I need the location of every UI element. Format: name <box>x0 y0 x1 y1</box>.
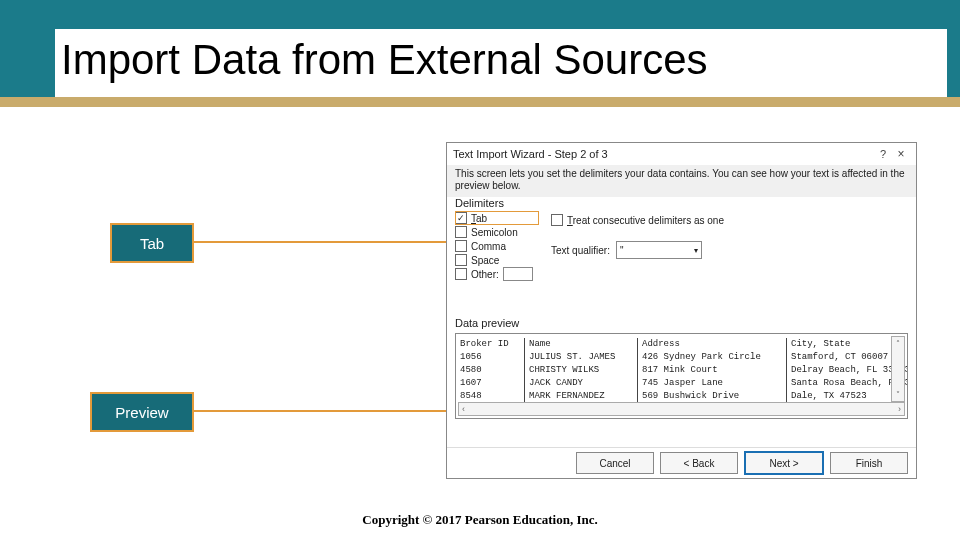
checkbox-icon <box>551 214 563 226</box>
col-header: Broker ID <box>460 338 525 351</box>
table-row: 1056 JULIUS ST. JAMES 426 Sydney Park Ci… <box>460 351 908 364</box>
leader-line-tab <box>192 241 446 243</box>
scroll-down-icon: ˅ <box>896 390 900 399</box>
data-preview-box: Broker ID Name Address City, State 1056 … <box>455 333 908 419</box>
close-icon[interactable]: × <box>892 147 910 161</box>
text-qualifier-row: Text qualifier: " ▾ <box>551 241 891 259</box>
dialog-title: Text Import Wizard - Step 2 of 3 <box>453 148 874 160</box>
next-button[interactable]: Next > <box>744 451 824 475</box>
delimiter-other-input[interactable] <box>503 267 533 281</box>
delimiter-tab-checkbox[interactable]: Tab <box>455 211 539 225</box>
checkbox-icon <box>455 240 467 252</box>
checkbox-icon <box>455 226 467 238</box>
data-preview-label: Data preview <box>455 317 908 329</box>
delimiter-options: Tab Semicolon Comma Space <box>455 211 539 281</box>
delimiter-space-checkbox[interactable]: Space <box>455 253 539 267</box>
col-header: Name <box>529 338 638 351</box>
delimiter-comma-checkbox[interactable]: Comma <box>455 239 539 253</box>
dialog-body: Delimiters Tab Semicolon Comma <box>447 191 916 446</box>
text-qualifier-select[interactable]: " ▾ <box>616 241 702 259</box>
slide-title: Import Data from External Sources <box>55 29 947 97</box>
chevron-down-icon: ▾ <box>694 246 698 255</box>
checkbox-icon <box>455 212 467 224</box>
text-qualifier-value: " <box>620 245 624 256</box>
copyright-text: Copyright © 2017 Pearson Education, Inc. <box>0 512 960 528</box>
cancel-button[interactable]: Cancel <box>576 452 654 474</box>
delimiter-semicolon-checkbox[interactable]: Semicolon <box>455 225 539 239</box>
back-button[interactable]: < Back <box>660 452 738 474</box>
col-header: Address <box>642 338 787 351</box>
title-bar: Import Data from External Sources <box>0 0 960 107</box>
preview-vertical-scrollbar[interactable]: ˄ ˅ <box>891 336 905 402</box>
help-icon[interactable]: ? <box>874 148 892 160</box>
text-import-wizard-dialog: Text Import Wizard - Step 2 of 3 ? × Thi… <box>446 142 917 479</box>
title-underline-gold <box>0 97 960 107</box>
delimiter-tab-label: Tab <box>471 213 487 224</box>
delimiter-space-label: Space <box>471 255 499 266</box>
delimiter-other-label: Other: <box>471 269 499 280</box>
text-qualifier-label: Text qualifier: <box>551 245 610 256</box>
data-preview-section: Data preview Broker ID Name Address City… <box>455 317 908 419</box>
callout-tab: Tab <box>110 223 194 263</box>
finish-button[interactable]: Finish <box>830 452 908 474</box>
scroll-left-icon: ‹ <box>462 404 465 414</box>
delimiter-other-checkbox[interactable]: Other: <box>455 267 539 281</box>
preview-horizontal-scrollbar[interactable]: ‹ › <box>458 402 905 416</box>
delimiter-comma-label: Comma <box>471 241 506 252</box>
slide-root: Import Data from External Sources Tab Pr… <box>0 0 960 540</box>
table-row: 4580 CHRISTY WILKS 817 Mink Court Delray… <box>460 364 908 377</box>
dialog-button-row: Cancel < Back Next > Finish <box>447 447 916 478</box>
scroll-right-icon: › <box>898 404 901 414</box>
table-row: 1607 JACK CANDY 745 Jasper Lane Santa Ro… <box>460 377 908 390</box>
treat-consecutive-label: Treat consecutive delimiters as one <box>567 215 724 226</box>
checkbox-icon <box>455 268 467 280</box>
treat-consecutive-checkbox[interactable]: Treat consecutive delimiters as one <box>551 213 891 227</box>
leader-line-preview <box>192 410 446 412</box>
preview-table: Broker ID Name Address City, State 1056 … <box>460 338 908 403</box>
table-header-row: Broker ID Name Address City, State <box>460 338 908 351</box>
delimiter-extra-options: Treat consecutive delimiters as one Text… <box>551 213 891 259</box>
checkbox-icon <box>455 254 467 266</box>
delimiter-semicolon-label: Semicolon <box>471 227 518 238</box>
delimiters-area: Tab Semicolon Comma Space <box>455 211 908 289</box>
scroll-up-icon: ˄ <box>896 339 900 348</box>
callout-preview: Preview <box>90 392 194 432</box>
dialog-titlebar: Text Import Wizard - Step 2 of 3 ? × <box>447 143 916 166</box>
delimiters-label: Delimiters <box>455 197 908 209</box>
